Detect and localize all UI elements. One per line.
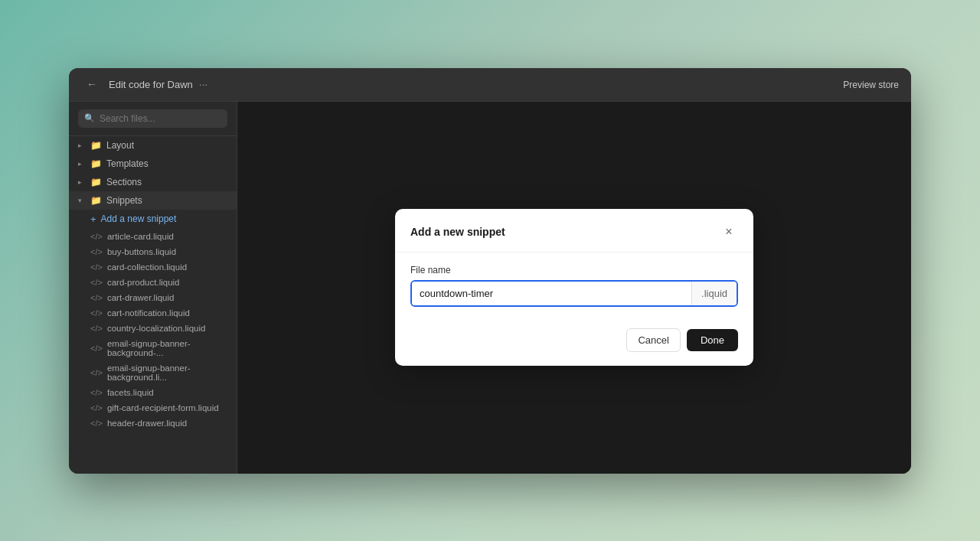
sidebar-item-layout[interactable]: ▸ 📁 Layout xyxy=(69,136,237,155)
list-item[interactable]: </> article-card.liquid xyxy=(69,229,237,244)
folder-icon: 📁 xyxy=(90,195,102,206)
list-item[interactable]: </> header-drawer.liquid xyxy=(69,416,237,431)
chevron-right-icon: ▸ xyxy=(78,160,86,168)
code-icon: </> xyxy=(90,308,103,318)
modal-overlay: Add a new snippet × File name .liquid Ca… xyxy=(237,102,911,474)
file-name: card-product.liquid xyxy=(107,278,180,287)
add-snippet-modal: Add a new snippet × File name .liquid Ca… xyxy=(395,209,753,366)
modal-close-button[interactable]: × xyxy=(720,223,738,241)
search-box: 🔍 xyxy=(69,102,237,136)
modal-body: File name .liquid xyxy=(395,253,753,319)
code-icon: </> xyxy=(90,344,103,353)
list-item[interactable]: </> country-localization.liquid xyxy=(69,321,237,336)
list-item[interactable]: </> gift-card-recipient-form.liquid xyxy=(69,400,237,416)
main-window: ← Edit code for Dawn ··· Preview store 🔍… xyxy=(69,68,911,474)
code-icon: </> xyxy=(90,232,103,241)
list-item[interactable]: </> card-product.liquid xyxy=(69,275,237,290)
sidebar-item-snippets[interactable]: ▾ 📁 Snippets xyxy=(69,191,237,210)
done-button[interactable]: Done xyxy=(687,329,738,351)
list-item[interactable]: </> cart-notification.liquid xyxy=(69,305,237,321)
code-icon: </> xyxy=(90,324,103,333)
file-name: article-card.liquid xyxy=(107,232,174,241)
content-area: 🔍 ▸ 📁 Layout ▸ 📁 Templates ▸ 📁 Section xyxy=(69,102,911,474)
modal-footer: Cancel Done xyxy=(395,319,753,366)
list-item[interactable]: </> buy-buttons.liquid xyxy=(69,244,237,259)
file-name: cart-drawer.liquid xyxy=(107,293,175,302)
code-icon: </> xyxy=(90,388,103,397)
file-name: header-drawer.liquid xyxy=(107,419,187,428)
sidebar-label-layout: Layout xyxy=(106,140,134,151)
search-input[interactable] xyxy=(100,113,221,124)
file-extension-label: .liquid xyxy=(691,282,737,305)
file-name-input[interactable] xyxy=(412,282,691,305)
code-icon: </> xyxy=(90,368,103,377)
add-snippet-button[interactable]: + Add a new snippet xyxy=(69,210,237,229)
file-name-label: File name xyxy=(410,265,738,275)
file-name: email-signup-banner-background-... xyxy=(107,339,227,357)
file-name: facets.liquid xyxy=(107,388,154,397)
code-icon: </> xyxy=(90,262,103,272)
file-name: buy-buttons.liquid xyxy=(107,247,176,256)
sidebar-label-templates: Templates xyxy=(106,158,149,169)
modal-header: Add a new snippet × xyxy=(395,209,753,253)
folder-icon: 📁 xyxy=(90,140,102,151)
search-icon: 🔍 xyxy=(84,113,95,123)
sidebar-item-sections[interactable]: ▸ 📁 Sections xyxy=(69,173,237,191)
list-item[interactable]: </> cart-drawer.liquid xyxy=(69,290,237,305)
file-name: card-collection.liquid xyxy=(107,262,187,272)
file-name: cart-notification.liquid xyxy=(107,308,190,318)
main-editor-area: Edit your theme's files Choose a file to… xyxy=(237,102,911,474)
chevron-down-icon: ▾ xyxy=(78,197,86,204)
preview-store-button[interactable]: Preview store xyxy=(843,80,899,90)
window-title: Edit code for Dawn xyxy=(109,79,193,90)
file-name: country-localization.liquid xyxy=(107,324,205,333)
file-name: gift-card-recipient-form.liquid xyxy=(107,403,219,412)
folder-icon: 📁 xyxy=(90,177,102,187)
folder-icon: 📁 xyxy=(90,158,102,169)
sidebar-label-snippets: Snippets xyxy=(106,195,142,206)
list-item[interactable]: </> email-signup-banner-background-... xyxy=(69,336,237,360)
file-input-wrap: .liquid xyxy=(410,280,738,307)
modal-title: Add a new snippet xyxy=(410,226,505,238)
sidebar-item-templates[interactable]: ▸ 📁 Templates xyxy=(69,155,237,173)
code-icon: </> xyxy=(90,403,103,412)
sidebar: 🔍 ▸ 📁 Layout ▸ 📁 Templates ▸ 📁 Section xyxy=(69,102,237,474)
more-options-button[interactable]: ··· xyxy=(199,78,208,90)
code-icon: </> xyxy=(90,419,103,428)
add-snippet-label: Add a new snippet xyxy=(101,213,177,224)
chevron-right-icon: ▸ xyxy=(78,178,86,186)
list-item[interactable]: </> email-signup-banner-background.li... xyxy=(69,360,237,385)
file-name: email-signup-banner-background.li... xyxy=(107,363,227,382)
code-icon: </> xyxy=(90,293,103,302)
list-item[interactable]: </> facets.liquid xyxy=(69,385,237,400)
code-icon: </> xyxy=(90,278,103,287)
back-button[interactable]: ← xyxy=(81,73,103,95)
plus-icon: + xyxy=(90,213,96,225)
chevron-right-icon: ▸ xyxy=(78,142,86,149)
sidebar-label-sections: Sections xyxy=(106,177,142,187)
code-icon: </> xyxy=(90,247,103,256)
search-input-wrap: 🔍 xyxy=(78,109,227,128)
titlebar-right: Preview store xyxy=(843,77,899,91)
cancel-button[interactable]: Cancel xyxy=(626,328,680,352)
list-item[interactable]: </> card-collection.liquid xyxy=(69,259,237,275)
titlebar: ← Edit code for Dawn ··· Preview store xyxy=(69,68,911,102)
